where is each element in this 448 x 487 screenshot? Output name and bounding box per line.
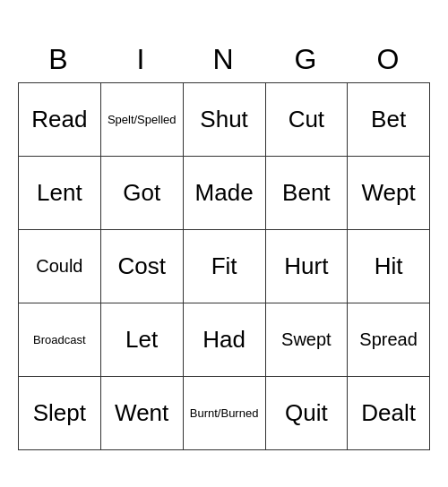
- cell-r2-c2: Fit: [183, 229, 265, 303]
- cell-r3-c0: Broadcast: [19, 303, 101, 376]
- bingo-grid: ReadSpelt/SpelledShutCutBetLentGotMadeBe…: [18, 82, 430, 450]
- cell-r4-c3: Quit: [265, 376, 348, 449]
- cell-r2-c0: Could: [19, 229, 101, 303]
- cell-r0-c2: Shut: [183, 82, 265, 156]
- cell-r0-c3: Cut: [265, 82, 348, 156]
- cell-r2-c1: Cost: [100, 229, 183, 303]
- header-o: O: [348, 38, 430, 82]
- header-g: G: [265, 38, 348, 82]
- cell-r4-c1: Went: [100, 376, 183, 449]
- header-i: I: [100, 38, 183, 82]
- cell-r0-c0: Read: [19, 82, 101, 156]
- header-n: N: [183, 38, 265, 82]
- cell-r3-c4: Spread: [348, 303, 430, 376]
- cell-r0-c4: Bet: [348, 82, 430, 156]
- cell-r0-c1: Spelt/Spelled: [100, 82, 183, 156]
- cell-r3-c2: Had: [183, 303, 265, 376]
- cell-r2-c3: Hurt: [265, 229, 348, 303]
- cell-r1-c2: Made: [183, 156, 265, 229]
- bingo-header: B I N G O: [18, 38, 430, 82]
- cell-r1-c4: Wept: [348, 156, 430, 229]
- cell-r4-c0: Slept: [19, 376, 101, 449]
- header-b: B: [18, 38, 100, 82]
- cell-r3-c3: Swept: [265, 303, 348, 376]
- cell-r4-c2: Burnt/Burned: [183, 376, 265, 449]
- cell-r3-c1: Let: [100, 303, 183, 376]
- cell-r1-c0: Lent: [19, 156, 101, 229]
- cell-r2-c4: Hit: [348, 229, 430, 303]
- cell-r4-c4: Dealt: [348, 376, 430, 449]
- cell-r1-c1: Got: [100, 156, 183, 229]
- cell-r1-c3: Bent: [265, 156, 348, 229]
